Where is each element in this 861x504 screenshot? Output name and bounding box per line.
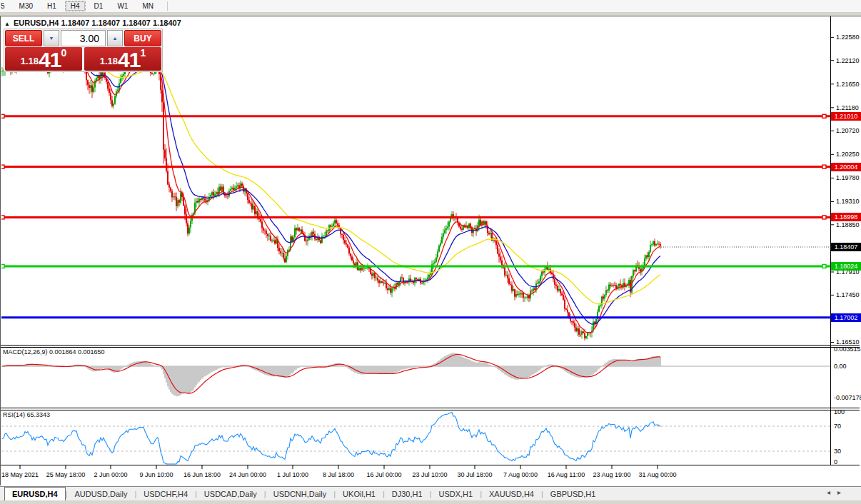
price-axis-tick: 1.21650 — [836, 81, 860, 88]
buy-price-sup: 1 — [140, 48, 146, 58]
price-axis-tick: 1.20720 — [836, 127, 860, 134]
chart-tab-ukoil[interactable]: UKOil,H1 — [336, 487, 383, 500]
sell-price-small: 1.18 — [21, 53, 39, 70]
chart-tab-usdcad[interactable]: USDCAD,Daily — [197, 487, 264, 500]
time-axis-label: 9 Jun 10:00 — [139, 471, 173, 478]
buy-price-small: 1.18 — [100, 53, 118, 70]
one-click-trade-panel: SELL ▼ ▲ BUY 1.18410 1.18411 — [4, 29, 163, 72]
rsi-axis-tick: 70 — [834, 423, 841, 430]
time-axis-label: 23 Aug 19:00 — [593, 471, 630, 478]
macd-axis-tick: 0.00 — [834, 363, 847, 370]
time-axis-label: 31 Aug 00:00 — [638, 471, 676, 478]
time-axis-label: 30 Jul 18:00 — [457, 471, 492, 478]
chart-tab-usdchf[interactable]: USDCHF,H4 — [136, 487, 195, 500]
trade-panel-row-top: SELL ▼ ▲ BUY — [5, 30, 161, 46]
chart-tab-bar: EURUSD,H4|AUDUSD,Daily|USDCHF,H4|USDCAD,… — [0, 486, 861, 501]
time-axis-label: 16 Jul 00:00 — [366, 471, 401, 478]
buy-price-box[interactable]: 1.18411 — [84, 47, 161, 71]
price-line-badge: 1.18998 — [831, 213, 861, 221]
price-axis-tick: 1.19310 — [836, 198, 860, 205]
sell-price-big: 41 — [39, 50, 61, 70]
time-axis-label: 7 Aug 00:00 — [503, 471, 538, 478]
time-axis-label: 8 Jul 18:00 — [323, 471, 354, 478]
price-axis-tick: 1.16510 — [836, 338, 860, 346]
sell-button[interactable]: SELL — [5, 30, 42, 46]
time-axis-label: 16 Jun 18:00 — [183, 471, 221, 478]
price-axis-tick: 1.18850 — [836, 221, 860, 228]
chart-title-text: EURUSD,H4 1.18407 1.18407 1.18407 1.1840… — [14, 19, 181, 27]
rsi-axis-tick: 100 — [834, 408, 845, 415]
time-axis-label: 24 Jun 00:00 — [229, 471, 266, 478]
chart-tab-dj30[interactable]: DJ30,H1 — [385, 487, 430, 500]
chart-tab-gbpusd[interactable]: GBPUSD,H1 — [543, 487, 603, 500]
chart-tab-xauusd[interactable]: XAUUSD,H4 — [482, 487, 541, 500]
buy-price-big: 41 — [118, 50, 140, 70]
price-line-badge: 1.18024 — [831, 262, 861, 271]
price-axis-tick: 1.20250 — [836, 151, 860, 158]
price-line-badge: 1.17002 — [831, 313, 861, 322]
time-axis-label: 2 Jun 00:00 — [94, 471, 127, 478]
rsi-axis-tick: 0 — [834, 458, 837, 465]
time-axis-label: 18 May 2021 — [1, 471, 39, 478]
price-axis-tick: 1.22580 — [836, 34, 860, 41]
tab-scroll-right-icon[interactable]: ▸ — [837, 488, 841, 496]
time-axis-label: 1 Jul 10:00 — [277, 471, 308, 478]
price-line-badge: 1.20004 — [831, 163, 861, 171]
chart-tab-eurusd[interactable]: EURUSD,H4 — [4, 487, 66, 500]
chart-tab-audusd[interactable]: AUDUSD,Daily — [67, 487, 134, 500]
buy-button[interactable]: BUY — [124, 30, 161, 46]
price-axis-tick: 1.21180 — [836, 104, 859, 111]
tab-scroll-left-icon[interactable]: ◂ — [827, 488, 830, 496]
chart-title: ▲EURUSD,H4 1.18407 1.18407 1.18407 1.184… — [4, 19, 181, 27]
sell-price-sup: 0 — [61, 48, 66, 58]
volume-increase-button[interactable]: ▲ — [107, 30, 123, 46]
price-axis-tick: 1.19780 — [836, 174, 860, 181]
time-axis-label: 25 May 18:00 — [46, 471, 86, 478]
rsi-axis-tick: 30 — [834, 448, 841, 455]
macd-axis-tick: 0.003515 — [834, 346, 861, 353]
macd-label: MACD(12,26,9) 0.001864 0.001650 — [3, 348, 105, 356]
volume-input[interactable] — [61, 30, 106, 46]
time-axis-label: 23 Jul 10:00 — [412, 471, 447, 478]
macd-axis-tick: -0.007178 — [834, 394, 861, 401]
sell-price-box[interactable]: 1.18410 — [5, 47, 82, 71]
time-axis-label: 16 Aug 11:00 — [548, 471, 585, 478]
tab-scroll-buttons: ◂ ▸ — [827, 488, 841, 496]
trade-panel-row-prices: 1.18410 1.18411 — [5, 47, 161, 71]
chart-tab-usdcnh[interactable]: USDCNH,Daily — [266, 487, 334, 500]
rsi-label: RSI(14) 65.3343 — [3, 411, 50, 418]
price-line-badge: 1.21010 — [831, 112, 861, 121]
price-line-badge: 1.18407 — [831, 243, 861, 251]
price-chart-canvas[interactable] — [0, 0, 861, 504]
price-axis-tick: 1.17450 — [836, 291, 860, 298]
status-strip — [0, 500, 861, 504]
chart-tab-usdx[interactable]: USDX,H1 — [431, 487, 480, 500]
collapse-triangle-icon[interactable]: ▲ — [4, 21, 10, 27]
volume-decrease-button[interactable]: ▼ — [44, 30, 59, 46]
price-axis-tick: 1.22120 — [836, 57, 860, 64]
